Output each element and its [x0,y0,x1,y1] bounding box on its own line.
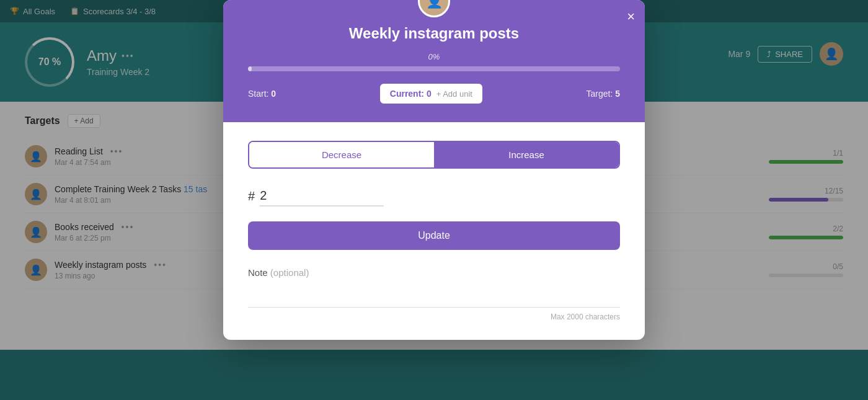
add-unit-button[interactable]: + Add unit [436,89,472,99]
note-section: Note (optional) Max 2000 characters [248,267,620,321]
modal-title: Weekly instagram posts [248,25,620,42]
increase-button[interactable]: Increase [434,142,619,167]
note-textarea[interactable] [248,283,620,308]
modal-progress-fill [248,66,252,71]
modal-progress-bar [248,66,620,71]
modal-metrics: Start: 0 Current: 0 + Add unit Target: 5 [248,84,620,104]
modal-progress-percent: 0% [248,52,620,61]
start-metric: Start: 0 [248,89,276,99]
decrease-button[interactable]: Decrease [249,142,434,167]
modal-body: Decrease Increase # Update Note (optiona… [223,122,645,340]
note-max-chars: Max 2000 characters [248,313,620,321]
hash-label: # [248,189,255,203]
current-input-wrap[interactable]: Current: 0 + Add unit [380,84,482,104]
modal-close-button[interactable]: × [627,10,635,24]
number-input[interactable] [260,186,384,207]
modal-avatar: 👤 [418,0,450,17]
number-input-row: # [248,186,620,207]
modal: 👤 × Weekly instagram posts 0% Start: 0 C… [223,0,645,340]
note-label: Note (optional) [248,267,620,278]
note-optional: (optional) [270,267,309,278]
current-label: Current: 0 [390,89,432,99]
modal-header: 👤 × Weekly instagram posts 0% Start: 0 C… [223,0,645,122]
update-button[interactable]: Update [248,221,620,250]
target-metric: Target: 5 [587,89,621,99]
toggle-group: Decrease Increase [248,141,620,169]
